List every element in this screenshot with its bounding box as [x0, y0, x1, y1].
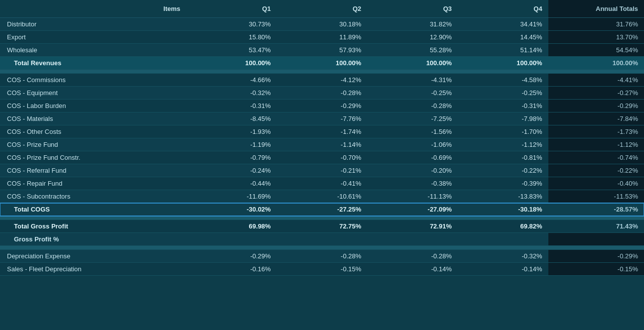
cell-annual: -0.29% — [548, 100, 644, 112]
cell-q2 — [277, 233, 368, 246]
cell-annual: 13.70% — [548, 31, 644, 44]
table-row: COS - Other Costs-1.93%-1.74%-1.56%-1.70… — [0, 125, 644, 138]
cell-q1: 30.73% — [186, 18, 277, 31]
cell-q2: -1.74% — [277, 125, 368, 138]
cell-q1: -0.79% — [186, 151, 277, 164]
table-row: Gross Profit % — [0, 233, 644, 246]
cell-q1: 15.80% — [186, 31, 277, 44]
cell-q3: -0.69% — [367, 151, 458, 164]
table-row: COS - Prize Fund Constr.-0.79%-0.70%-0.6… — [0, 151, 644, 164]
table-row — [0, 246, 644, 250]
cell-q4: 100.00% — [458, 57, 548, 70]
col-header-q1: Q1 — [186, 0, 277, 18]
row-label: Export — [0, 31, 186, 44]
cell-q4: -7.98% — [458, 112, 548, 125]
cell-annual: -11.53% — [548, 190, 644, 203]
col-header-annual: Annual Totals — [548, 0, 644, 18]
cell-q1: -1.93% — [186, 125, 277, 138]
cell-q3: -0.14% — [367, 263, 458, 276]
cell-annual: -4.41% — [548, 74, 644, 87]
cell-q4: -1.70% — [458, 125, 548, 138]
cell-annual: 71.43% — [548, 220, 644, 233]
cell-q3: -1.56% — [367, 125, 458, 138]
cell-q2: -27.25% — [277, 203, 368, 216]
cell-annual: -0.27% — [548, 87, 644, 100]
table-row: COS - Equipment-0.32%-0.28%-0.25%-0.25%-… — [0, 87, 644, 100]
cell-q2: -10.61% — [277, 190, 368, 203]
cell-q3: -0.38% — [367, 177, 458, 190]
cell-q3: -1.06% — [367, 138, 458, 151]
col-header-q4: Q4 — [458, 0, 548, 18]
table-row: Total Gross Profit69.98%72.75%72.91%69.8… — [0, 220, 644, 233]
cell-q1: -1.19% — [186, 138, 277, 151]
col-header-items: Items — [0, 0, 186, 18]
cell-q1: -0.24% — [186, 164, 277, 177]
row-label: COS - Referral Fund — [0, 164, 186, 177]
row-label: Total COGS — [0, 203, 186, 216]
table-row: COS - Prize Fund-1.19%-1.14%-1.06%-1.12%… — [0, 138, 644, 151]
cell-q3: -0.25% — [367, 87, 458, 100]
row-label: Distributor — [0, 18, 186, 31]
table-header: Items Q1 Q2 Q3 Q4 Annual Totals — [0, 0, 644, 18]
cell-q3: 100.00% — [367, 57, 458, 70]
table-row: COS - Labor Burden-0.31%-0.29%-0.28%-0.3… — [0, 100, 644, 112]
cell-q3 — [367, 233, 458, 246]
cell-q4: 14.45% — [458, 31, 548, 44]
table-row: Total COGS-30.02%-27.25%-27.09%-30.18%-2… — [0, 203, 644, 216]
cell-q4: 69.82% — [458, 220, 548, 233]
row-label: COS - Materials — [0, 112, 186, 125]
cell-q2: -1.14% — [277, 138, 368, 151]
cell-q2: 72.75% — [277, 220, 368, 233]
cell-q1: -0.29% — [186, 250, 277, 263]
cell-q3: -11.13% — [367, 190, 458, 203]
cell-q2: -0.41% — [277, 177, 368, 190]
cell-q1: -4.66% — [186, 74, 277, 87]
cell-q3: -7.25% — [367, 112, 458, 125]
cell-q2: -0.70% — [277, 151, 368, 164]
cell-annual: 100.00% — [548, 57, 644, 70]
table-row: Distributor30.73%30.18%31.82%34.41%31.76… — [0, 18, 644, 31]
cell-q1 — [186, 233, 277, 246]
table-row: COS - Commissions-4.66%-4.12%-4.31%-4.58… — [0, 74, 644, 87]
cell-q4: -30.18% — [458, 203, 548, 216]
cell-q2: -0.15% — [277, 263, 368, 276]
cell-q4: -4.58% — [458, 74, 548, 87]
row-label: COS - Labor Burden — [0, 100, 186, 112]
row-label: COS - Subcontractors — [0, 190, 186, 203]
col-header-q3: Q3 — [367, 0, 458, 18]
cell-q1: -0.44% — [186, 177, 277, 190]
cell-q4: -0.25% — [458, 87, 548, 100]
table-row: Wholesale53.47%57.93%55.28%51.14%54.54% — [0, 44, 644, 57]
row-label: COS - Repair Fund — [0, 177, 186, 190]
cell-q1: -0.16% — [186, 263, 277, 276]
cell-q3: -0.20% — [367, 164, 458, 177]
table-row: Export15.80%11.89%12.90%14.45%13.70% — [0, 31, 644, 44]
cell-q1: -30.02% — [186, 203, 277, 216]
cell-q3: -0.28% — [367, 250, 458, 263]
cell-q3: 55.28% — [367, 44, 458, 57]
row-label: COS - Equipment — [0, 87, 186, 100]
table-row — [0, 70, 644, 74]
table-row: COS - Materials-8.45%-7.76%-7.25%-7.98%-… — [0, 112, 644, 125]
row-label: Total Revenues — [0, 57, 186, 70]
cell-q2: -4.12% — [277, 74, 368, 87]
cell-annual: -1.12% — [548, 138, 644, 151]
cell-q3: -0.28% — [367, 100, 458, 112]
cell-annual: -0.15% — [548, 263, 644, 276]
cell-annual: -7.84% — [548, 112, 644, 125]
cell-q3: -27.09% — [367, 203, 458, 216]
cell-q3: 31.82% — [367, 18, 458, 31]
cell-q2: -7.76% — [277, 112, 368, 125]
cell-q4: -1.12% — [458, 138, 548, 151]
cell-q4: -0.22% — [458, 164, 548, 177]
table-row: COS - Repair Fund-0.44%-0.41%-0.38%-0.39… — [0, 177, 644, 190]
cell-q2: -0.21% — [277, 164, 368, 177]
cell-annual: -0.29% — [548, 250, 644, 263]
cell-q1: 100.00% — [186, 57, 277, 70]
row-label: Sales - Fleet Depreciation — [0, 263, 186, 276]
cell-q4 — [458, 233, 548, 246]
cell-q4: -0.81% — [458, 151, 548, 164]
cell-q4: -0.39% — [458, 177, 548, 190]
row-label: Wholesale — [0, 44, 186, 57]
cell-q1: 53.47% — [186, 44, 277, 57]
